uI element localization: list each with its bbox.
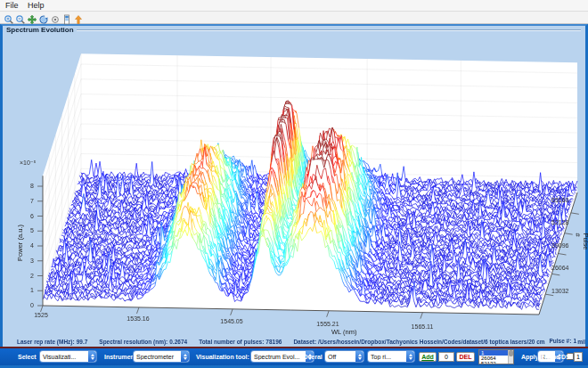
status-value: 78196: [265, 339, 282, 345]
pan-icon[interactable]: [27, 12, 37, 23]
status-rep-rate: Laser rep rate (MHz): 99.7: [17, 339, 87, 345]
data-cursor-icon[interactable]: [50, 12, 61, 23]
menu-help[interactable]: Help: [28, 1, 45, 10]
dropdown-value: Spectrum Evol...: [251, 354, 306, 360]
status-label: Total number of pulses:: [199, 339, 264, 345]
chevron-updown-icon: [181, 351, 189, 362]
select-label: Select: [18, 354, 37, 360]
zoom-in-icon[interactable]: [4, 12, 14, 23]
rotate-3d-icon[interactable]: [38, 12, 49, 23]
status-bar: Laser rep rate (MHz): 99.7 Spectral reso…: [3, 336, 585, 347]
status-dataset: Dataset: /Users/hossein/Dropbox/Tachyoni…: [293, 339, 585, 345]
add-button[interactable]: Add: [419, 352, 437, 362]
instrument-label: Instrument: [104, 354, 136, 360]
status-label: Dataset:: [293, 339, 316, 345]
app-window: File Help Spectrum Evolution ×10⁻⁵: [0, 0, 588, 368]
status-label: Spectral resolution (nm):: [99, 339, 167, 345]
panel-title-rule: [77, 29, 581, 31]
dropdown-value: Spectrometer: [134, 354, 181, 360]
control-bar: Select Visualizati... Instrument Spectro…: [0, 348, 588, 365]
index-field[interactable]: 0: [438, 352, 454, 362]
visualization-tool-label: Visualization tool:: [196, 354, 249, 360]
menu-bar: File Help: [0, 0, 588, 12]
del-button[interactable]: DEL: [456, 352, 475, 362]
colorbar-icon[interactable]: [61, 12, 72, 23]
status-value: 1: [573, 338, 576, 344]
frame-ds-field[interactable]: 1: [574, 352, 583, 362]
menu-file[interactable]: File: [5, 1, 19, 10]
spectrum-3d-plot[interactable]: [0, 0, 588, 368]
dropdown-value: Visualizati...: [40, 354, 88, 360]
frame-ds-label: Frame DS:: [541, 354, 572, 360]
dropdown-value: Top ri...: [368, 354, 406, 360]
status-resolution: Spectral resolution (nm): 0.2674: [99, 339, 187, 345]
status-value: 0.2674: [169, 339, 187, 345]
panel-title: Spectrum Evolution: [6, 26, 74, 34]
list-item[interactable]: 52132: [479, 361, 508, 364]
status-total-pulses: Total number of pulses: 78196: [199, 339, 282, 345]
zoom-out-icon[interactable]: [15, 12, 26, 23]
apply-label: Apply: [521, 354, 538, 360]
status-pulse-number: Pulse #: 1: [545, 338, 576, 344]
position-dropdown[interactable]: Top ri...: [368, 351, 414, 362]
listbox-scrollbar[interactable]: [508, 350, 513, 364]
overall-dropdown[interactable]: Off: [325, 351, 363, 362]
chevron-updown-icon: [406, 351, 414, 362]
overall-label: Overal: [303, 354, 323, 360]
toolbar: [0, 12, 588, 24]
frame-listbox[interactable]: 1 26064 52132: [478, 349, 514, 364]
status-value: 99.7: [77, 339, 88, 345]
chevron-updown-icon: [355, 351, 363, 362]
instrument-dropdown[interactable]: Spectrometer: [134, 351, 189, 362]
status-label: Laser rep rate (MHz):: [17, 339, 75, 345]
snap-arrow-icon[interactable]: [73, 12, 84, 23]
select-dropdown[interactable]: Visualizati...: [40, 351, 96, 362]
chevron-updown-icon: [88, 351, 96, 362]
status-label: Pulse #:: [549, 338, 571, 344]
dropdown-value: Off: [325, 354, 355, 360]
